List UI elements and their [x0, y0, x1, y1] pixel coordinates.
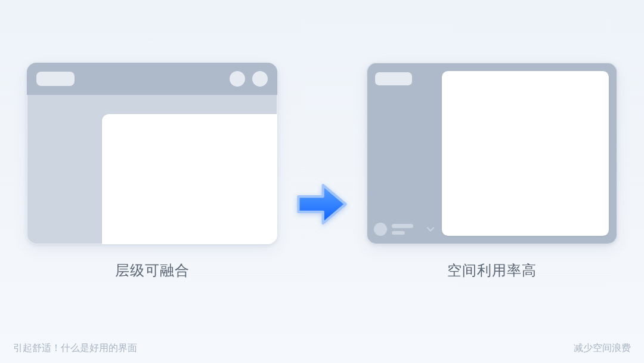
sidebar-footer	[374, 223, 435, 236]
mockup-before-titlebar	[27, 63, 277, 95]
titlebar-dot-icon	[230, 71, 245, 87]
left-caption: 层级可融合	[115, 261, 190, 280]
chevron-down-icon	[426, 225, 435, 233]
avatar-icon	[374, 223, 387, 236]
left-panel-group: 层级可融合	[27, 63, 277, 280]
footer-right-text: 减少空间浪费	[574, 342, 631, 355]
comparison-stage: 层级可融合	[0, 63, 644, 280]
sidebar-footer-lines	[392, 224, 413, 235]
footer-left-text: 引起舒适！什么是好用的界面	[13, 342, 137, 355]
right-caption: 空间利用率高	[447, 261, 537, 280]
mockup-before	[27, 63, 277, 244]
titlebar-pill-icon	[36, 72, 75, 86]
mockup-after-content	[442, 71, 609, 236]
arrow-right-icon	[296, 180, 348, 228]
placeholder-line-icon	[392, 224, 413, 228]
mockup-before-sidebar	[27, 95, 102, 244]
mockup-after	[367, 63, 617, 244]
sidebar-pill-icon	[375, 72, 412, 85]
placeholder-line-icon	[392, 231, 405, 235]
titlebar-dots	[230, 71, 268, 87]
mockup-before-content	[102, 114, 277, 244]
titlebar-dot-icon	[252, 71, 268, 87]
right-panel-group: 空间利用率高	[367, 63, 617, 280]
mockup-after-sidebar	[367, 63, 442, 244]
